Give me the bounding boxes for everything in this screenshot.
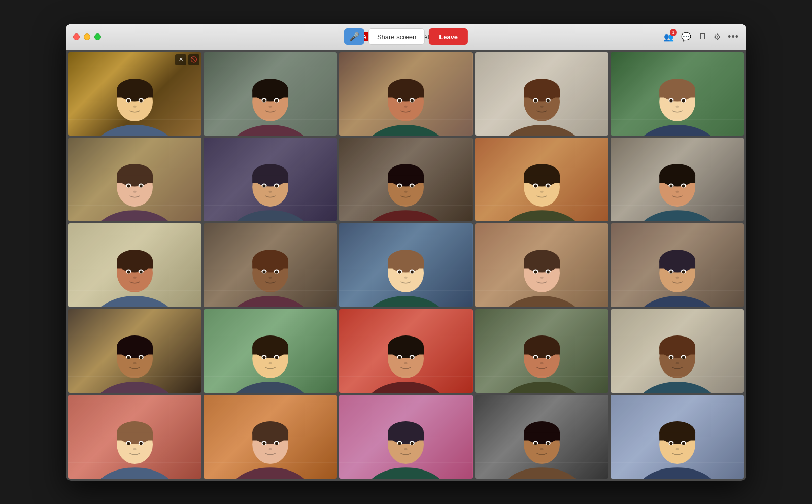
gear-icon: ⚙ bbox=[714, 32, 721, 41]
video-overlay-6 bbox=[204, 138, 337, 221]
video-overlay-13 bbox=[475, 223, 608, 307]
video-overlay-10 bbox=[68, 223, 201, 307]
video-overlay-21 bbox=[204, 395, 337, 479]
video-cell-2[interactable] bbox=[339, 52, 472, 136]
video-cell-23[interactable] bbox=[475, 395, 608, 479]
screen-share-icon-button[interactable]: 🖥 bbox=[698, 32, 706, 41]
video-cell-24[interactable] bbox=[611, 395, 744, 479]
video-overlay-17 bbox=[339, 309, 472, 393]
video-cell-10[interactable] bbox=[68, 223, 201, 307]
video-cell-0[interactable]: ✕ 🚫 bbox=[68, 52, 201, 136]
video-grid-container: ✕ 🚫 bbox=[66, 50, 746, 481]
video-cell-15[interactable] bbox=[68, 309, 201, 393]
video-cell-21[interactable] bbox=[204, 395, 337, 479]
video-overlay-22 bbox=[339, 395, 472, 479]
participants-button[interactable]: 👥 1 bbox=[664, 32, 674, 42]
video-cell-20[interactable] bbox=[68, 395, 201, 479]
share-screen-button[interactable]: Share screen bbox=[368, 28, 425, 45]
maximize-button[interactable] bbox=[94, 33, 101, 40]
settings-button[interactable]: ⚙ bbox=[714, 32, 721, 42]
video-overlay-0: ✕ 🚫 bbox=[68, 52, 201, 136]
video-overlay-11 bbox=[204, 223, 337, 307]
main-window: A Acano - Tuesday All-Hands 🎤 Share scre… bbox=[66, 24, 746, 481]
video-cell-18[interactable] bbox=[475, 309, 608, 393]
video-overlay-16 bbox=[204, 309, 337, 393]
video-cell-19[interactable] bbox=[611, 309, 744, 393]
participants-badge: 1 bbox=[670, 29, 677, 36]
screen-icon: 🖥 bbox=[698, 32, 706, 41]
video-overlay-19 bbox=[611, 309, 744, 393]
video-cell-4[interactable] bbox=[611, 52, 744, 136]
toolbar-right: 👥 1 💬 🖥 ⚙ ••• bbox=[664, 31, 739, 42]
leave-button[interactable]: Leave bbox=[429, 28, 468, 45]
video-cell-7[interactable] bbox=[339, 138, 472, 221]
more-icon: ••• bbox=[728, 31, 739, 42]
traffic-lights bbox=[73, 33, 101, 40]
more-button[interactable]: ••• bbox=[728, 31, 739, 42]
video-cell-5[interactable] bbox=[68, 138, 201, 221]
video-overlay-7 bbox=[339, 138, 472, 221]
video-cell-17[interactable] bbox=[339, 309, 472, 393]
mic-icon: 🎤 bbox=[349, 32, 359, 42]
video-overlay-3 bbox=[475, 52, 608, 136]
video-cell-controls-top: ✕ 🚫 bbox=[68, 52, 201, 68]
video-cell-9[interactable] bbox=[611, 138, 744, 221]
video-cell-22[interactable] bbox=[339, 395, 472, 479]
chat-button[interactable]: 💬 bbox=[681, 32, 691, 42]
video-cell-14[interactable] bbox=[611, 223, 744, 307]
video-cell-1[interactable] bbox=[204, 52, 337, 136]
video-overlay-23 bbox=[475, 395, 608, 479]
video-overlay-12 bbox=[339, 223, 472, 307]
video-overlay-14 bbox=[611, 223, 744, 307]
mic-button[interactable]: 🎤 bbox=[344, 28, 364, 45]
video-overlay-18 bbox=[475, 309, 608, 393]
video-overlay-4 bbox=[611, 52, 744, 136]
titlebar: A Acano - Tuesday All-Hands 🎤 Share scre… bbox=[66, 24, 746, 50]
video-overlay-24 bbox=[611, 395, 744, 479]
video-overlay-9 bbox=[611, 138, 744, 221]
video-overlay-5 bbox=[68, 138, 201, 221]
close-participant-button[interactable]: ✕ bbox=[175, 54, 186, 65]
minimize-button[interactable] bbox=[84, 33, 90, 40]
video-cell-8[interactable] bbox=[475, 138, 608, 221]
video-overlay-1 bbox=[204, 52, 337, 136]
chat-icon: 💬 bbox=[681, 32, 691, 41]
video-overlay-8 bbox=[475, 138, 608, 221]
video-cell-13[interactable] bbox=[475, 223, 608, 307]
video-grid: ✕ 🚫 bbox=[68, 52, 744, 479]
video-overlay-2 bbox=[339, 52, 472, 136]
toolbar: 🎤 Share screen Leave bbox=[344, 28, 468, 45]
video-cell-16[interactable] bbox=[204, 309, 337, 393]
video-cell-12[interactable] bbox=[339, 223, 472, 307]
close-button[interactable] bbox=[73, 33, 80, 40]
video-cell-3[interactable] bbox=[475, 52, 608, 136]
video-overlay-20 bbox=[68, 395, 201, 479]
mute-participant-button[interactable]: 🚫 bbox=[188, 54, 199, 65]
video-cell-6[interactable] bbox=[204, 138, 337, 221]
video-overlay-15 bbox=[68, 309, 201, 393]
video-cell-11[interactable] bbox=[204, 223, 337, 307]
